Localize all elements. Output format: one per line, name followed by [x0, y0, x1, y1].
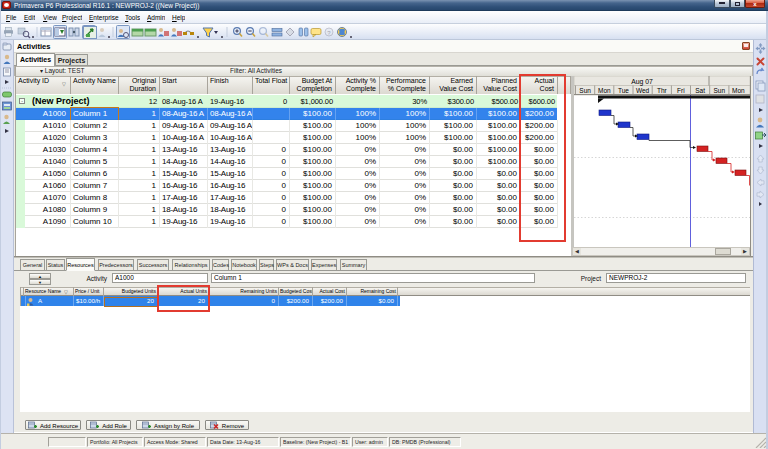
- svg-text:Sun: Sun: [714, 87, 726, 94]
- svg-text:Wed: Wed: [636, 87, 650, 94]
- svg-text:Tue: Tue: [618, 87, 629, 94]
- svg-text:Mon: Mon: [732, 87, 745, 94]
- svg-text:Mon: Mon: [598, 87, 611, 94]
- svg-text:Sat: Sat: [695, 87, 705, 94]
- svg-text:Thr: Thr: [657, 87, 668, 94]
- svg-text:Fri: Fri: [677, 87, 685, 94]
- svg-text:Sun: Sun: [579, 87, 591, 94]
- svg-text:Aug 07: Aug 07: [631, 78, 653, 86]
